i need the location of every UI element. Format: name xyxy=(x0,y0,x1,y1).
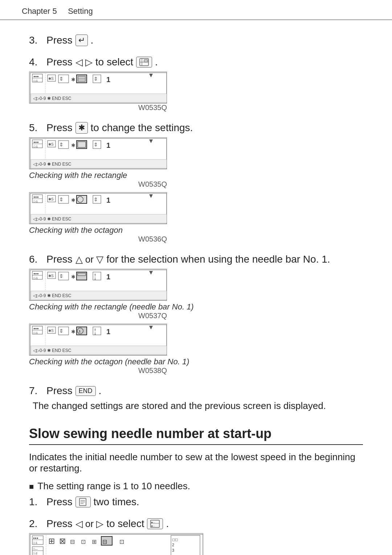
svg-text:⇕: ⇕ xyxy=(94,142,98,147)
chapter-label: Chapter 5 xyxy=(22,7,57,16)
select-icon-svg xyxy=(139,58,149,66)
svg-text:□-2: □-2 xyxy=(33,552,37,555)
svg-text:◻◻: ◻◻ xyxy=(172,538,178,542)
svg-text:⊞: ⊞ xyxy=(48,536,55,546)
svg-text:◁▷0-9 ✱ END ESC: ◁▷0-9 ✱ END ESC xyxy=(33,216,72,222)
step-5-text: Press xyxy=(46,122,73,134)
section-step-1-num: 1. xyxy=(29,496,44,508)
step-4-diag-svg: ●●● □-1 ✱S ⇕ ✱ xyxy=(29,72,167,104)
step-4-toselect: to select xyxy=(95,56,133,68)
svg-text:◁▷0-9 ✱ END ESC: ◁▷0-9 ✱ END ESC xyxy=(33,348,72,353)
step-7-stored-text: The changed settings are stored and the … xyxy=(29,400,363,412)
step-5-diag-oct-wrap: ●●● □-1 ✱S ⇕ ✱ ⇕ 1 ◁▷0-9 ✱ END xyxy=(29,192,363,243)
section-desc: Indicates the initial needle number to s… xyxy=(29,451,363,474)
doc-icon-svg xyxy=(78,498,88,506)
svg-text:●●●: ●●● xyxy=(33,141,39,144)
step-7-line: 7. Press END . xyxy=(29,385,363,397)
svg-text:●●●: ●●● xyxy=(33,272,39,275)
step-5-num: 5. xyxy=(29,122,44,134)
step-4-icon xyxy=(136,57,152,68)
svg-text:⇓: ⇓ xyxy=(94,332,97,336)
svg-text:□-1: □-1 xyxy=(33,79,38,82)
section-step-1-text: Press xyxy=(46,496,73,508)
svg-text:●●●: ●●● xyxy=(33,327,39,330)
step-4: 4. Press ◁ ▷ to select . xyxy=(29,56,363,112)
step-6-num: 6. xyxy=(29,254,44,265)
svg-text:✱S: ✱S xyxy=(48,142,54,146)
svg-text:✱S: ✱S xyxy=(48,197,54,201)
svg-text:⇕: ⇕ xyxy=(59,273,64,279)
svg-text:1: 1 xyxy=(79,329,81,333)
step-5-oct-caption: Checking with the octagon xyxy=(29,226,123,235)
slow-sewing-section: Slow sewing needle number at start-up In… xyxy=(29,426,363,555)
svg-text:●●●: ●●● xyxy=(33,195,39,199)
step-6-arrows: △ or ▽ xyxy=(75,254,104,265)
svg-text:●●●: ●●● xyxy=(33,536,38,540)
step-4-diagram-wrap: ●●● □-1 ✱S ⇕ ✱ xyxy=(29,72,363,112)
svg-text:3: 3 xyxy=(172,548,174,552)
step-6-diag-oct: ●●● □-1 ✱S ⇕ ✱ 1 ⇑ ⇓ 1 xyxy=(29,324,167,356)
section-step-2-line: 2. Press ◁ or ▷ to select ■--- ■--- . xyxy=(29,518,363,530)
section-step-1-key xyxy=(75,497,91,507)
step-6-rect-svg: ●●● □-1 ✱S ⇕ ✱ ⇑ ⇓ 1 xyxy=(29,269,167,301)
step-5-rect-code: W0535Q xyxy=(29,180,167,189)
section-label: Setting xyxy=(68,7,93,16)
step-6-oct-code: W0538Q xyxy=(29,366,167,375)
svg-text:1: 1 xyxy=(106,141,110,149)
svg-text:◁▷0-9 ✱ END ESC: ◁▷0-9 ✱ END ESC xyxy=(33,96,72,101)
step-3: 3. Press ↵ . xyxy=(29,35,363,46)
svg-text:⊡: ⊡ xyxy=(119,539,124,545)
svg-text:✱: ✱ xyxy=(71,142,75,148)
svg-rect-3 xyxy=(144,60,148,62)
section-step-1-after: two times. xyxy=(94,496,139,508)
svg-text:✱: ✱ xyxy=(71,329,75,335)
svg-text:✱: ✱ xyxy=(71,197,75,203)
step-6-rect-code: W0537Q xyxy=(29,312,167,320)
svg-text:⇕: ⇕ xyxy=(94,197,98,202)
step-3-num: 3. xyxy=(29,35,44,46)
svg-text:◁▷0-9 ✱ END ESC: ◁▷0-9 ✱ END ESC xyxy=(33,293,72,298)
bullet-1: ■ The setting range is 1 to 10 needles. xyxy=(29,481,363,492)
svg-text:⇕: ⇕ xyxy=(59,197,64,202)
svg-text:⇕: ⇕ xyxy=(94,76,98,82)
section-step-1: 1. Press two times. xyxy=(29,496,363,508)
step-5-line: 5. Press ✱ to change the settings. xyxy=(29,122,363,134)
step-5-oct-code: W0536Q xyxy=(29,235,167,243)
section-step-2: 2. Press ◁ or ▷ to select ■--- ■--- . xyxy=(29,518,363,555)
step-5-oct-svg: ●●● □-1 ✱S ⇕ ✱ ⇕ 1 ◁▷0-9 ✱ END xyxy=(29,193,167,224)
step-4-arrows: ◁ ▷ xyxy=(75,57,93,68)
svg-text:2: 2 xyxy=(172,543,174,547)
svg-text:◁▷0-9 ✱ END ESC: ◁▷0-9 ✱ END ESC xyxy=(33,162,72,167)
step-5: 5. Press ✱ to change the settings. ●●● □… xyxy=(29,122,363,243)
step-5-diag-rect-wrap: ●●● □-1 ✱S ⇕ ✱ ⇕ 1 ◁▷0-9 ✱ END xyxy=(29,137,363,189)
step-5-after: to change the settings. xyxy=(91,122,193,134)
svg-text:⇕: ⇕ xyxy=(59,328,64,334)
svg-text:□-1: □-1 xyxy=(33,331,38,335)
section-step-2-svg: ●●● □-1 □--- □-2 ⊞ ⊠ ⊟ ⊡ ⊞ xyxy=(29,534,203,555)
svg-text:✱S: ✱S xyxy=(48,329,54,333)
svg-text:⊞: ⊞ xyxy=(92,539,97,545)
step-6-line: 6. Press △ or ▽ for the selection when u… xyxy=(29,254,363,265)
svg-text:✱: ✱ xyxy=(71,77,75,82)
section-step-2-icon: ■--- ■--- xyxy=(147,518,163,529)
section-step-2-toselect: to select xyxy=(106,518,144,530)
step-6-after: for the selection when using the needle … xyxy=(106,254,330,265)
svg-text:⇓: ⇓ xyxy=(94,277,97,281)
page-header: Chapter 5 Setting xyxy=(0,0,392,20)
page-content: 3. Press ↵ . 4. Press ◁ ▷ to select . xyxy=(0,20,392,555)
svg-text:1: 1 xyxy=(106,273,110,281)
step-6-diag-rect: ●●● □-1 ✱S ⇕ ✱ ⇑ ⇓ 1 xyxy=(29,269,167,301)
svg-text:1: 1 xyxy=(106,328,110,336)
svg-text:✱S: ✱S xyxy=(48,77,54,81)
step-6-diag-oct-wrap: ●●● □-1 ✱S ⇕ ✱ 1 ⇑ ⇓ 1 xyxy=(29,324,363,375)
bullet-icon: ■ xyxy=(29,482,34,491)
step-4-code: W0535Q xyxy=(29,104,167,112)
svg-text:⊡: ⊡ xyxy=(81,539,86,545)
bullet-text: The setting range is 1 to 10 needles. xyxy=(37,481,190,492)
step-4-period: . xyxy=(155,56,158,68)
step-5-key: ✱ xyxy=(75,122,88,134)
section-step-1-line: 1. Press two times. xyxy=(29,496,363,508)
svg-text:●●●: ●●● xyxy=(33,75,39,78)
step-3-text: Press xyxy=(46,35,73,46)
step-7-num: 7. xyxy=(29,385,44,397)
